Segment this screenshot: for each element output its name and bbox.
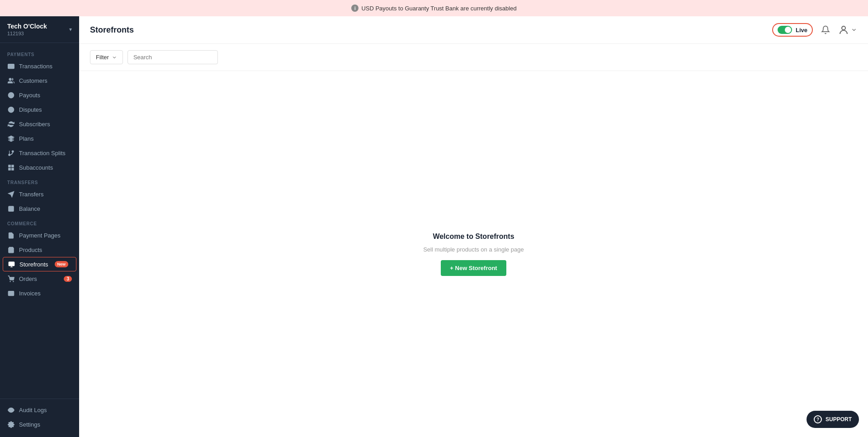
plans-label: Plans	[19, 135, 34, 142]
welcome-title: Welcome to Storefronts	[433, 233, 514, 241]
svg-rect-24	[9, 261, 14, 266]
storefronts-label: Storefronts	[19, 261, 48, 268]
new-storefront-label: + New Storefront	[450, 265, 497, 271]
arrow-up-circle-icon	[7, 91, 14, 99]
send-icon	[7, 190, 14, 198]
svg-point-27	[10, 281, 10, 281]
transactions-label: Transactions	[19, 63, 52, 70]
layout-icon	[7, 205, 14, 212]
toggle-knob	[785, 27, 791, 33]
customers-label: Customers	[19, 77, 47, 84]
sidebar-item-transactions[interactable]: Transactions	[0, 59, 79, 73]
new-storefront-button[interactable]: + New Storefront	[441, 260, 506, 276]
sidebar: Tech O'Clock 112193 ▾ PAYMENTS Transacti…	[0, 16, 79, 437]
sidebar-item-settings[interactable]: Settings	[0, 417, 79, 432]
monitor-icon	[8, 261, 15, 268]
search-input[interactable]	[127, 50, 218, 64]
payouts-label: Payouts	[19, 92, 40, 99]
svg-marker-8	[8, 136, 14, 138]
svg-rect-12	[8, 165, 10, 166]
svg-point-11	[8, 154, 10, 156]
settings-icon	[7, 421, 14, 428]
sidebar-item-transfers[interactable]: Transfers	[0, 187, 79, 201]
brand-id: 112193	[7, 31, 47, 36]
credit-card-icon	[7, 62, 14, 70]
brand-area[interactable]: Tech O'Clock 112193 ▾	[0, 16, 79, 43]
main-content: Storefronts Live Filter	[79, 16, 868, 437]
storefronts-new-badge: New	[55, 261, 69, 267]
live-label: Live	[796, 27, 807, 33]
eye-icon	[7, 406, 14, 413]
shopping-cart-icon	[7, 275, 14, 282]
transfers-section-label: TRANSFERS	[0, 175, 79, 187]
audit-logs-label: Audit Logs	[19, 407, 47, 413]
banner: i USD Payouts to Guaranty Trust Bank are…	[0, 0, 868, 16]
payments-section-label: PAYMENTS	[0, 47, 79, 59]
banner-text: USD Payouts to Guaranty Trust Bank are c…	[361, 5, 516, 12]
sidebar-item-subscribers[interactable]: Subscribers	[0, 117, 79, 131]
refresh-cw-icon	[7, 120, 14, 128]
invoices-label: Invoices	[19, 290, 41, 297]
toggle-switch[interactable]	[778, 26, 792, 34]
svg-marker-17	[8, 191, 14, 197]
live-toggle[interactable]: Live	[772, 23, 813, 37]
alert-circle-icon	[7, 106, 14, 113]
sidebar-item-orders[interactable]: Orders 3	[0, 271, 79, 286]
svg-rect-13	[11, 165, 13, 166]
file-text-icon	[7, 232, 14, 239]
brand-name: Tech O'Clock	[7, 23, 47, 30]
svg-rect-18	[8, 206, 13, 211]
orders-label: Orders	[19, 276, 37, 282]
svg-point-2	[9, 78, 11, 80]
filter-label: Filter	[96, 54, 109, 61]
support-label: SUPPORT	[826, 416, 852, 423]
notification-button[interactable]	[818, 23, 833, 37]
svg-point-28	[13, 281, 13, 281]
subaccounts-label: Subaccounts	[19, 164, 53, 171]
sidebar-item-disputes[interactable]: Disputes	[0, 102, 79, 117]
grid-icon	[7, 164, 14, 171]
svg-point-10	[12, 150, 14, 152]
sidebar-item-invoices[interactable]: Invoices	[0, 286, 79, 300]
transaction-splits-label: Transaction Splits	[19, 150, 66, 157]
disputes-label: Disputes	[19, 106, 42, 113]
sidebar-item-payment-pages[interactable]: Payment Pages	[0, 228, 79, 242]
sidebar-item-transaction-splits[interactable]: Transaction Splits	[0, 146, 79, 160]
payment-pages-label: Payment Pages	[19, 232, 61, 239]
sidebar-item-audit-logs[interactable]: Audit Logs	[0, 403, 79, 417]
user-menu-button[interactable]	[838, 24, 857, 35]
sidebar-item-storefronts[interactable]: Storefronts New	[3, 257, 76, 271]
svg-point-31	[842, 26, 845, 30]
info-icon: i	[351, 5, 359, 12]
support-button[interactable]: ? SUPPORT	[807, 411, 859, 428]
sidebar-item-plans[interactable]: Plans	[0, 131, 79, 146]
layers-icon	[7, 135, 14, 142]
orders-count-badge: 3	[64, 276, 72, 282]
toolbar: Filter	[79, 44, 868, 71]
sidebar-item-subaccounts[interactable]: Subaccounts	[0, 160, 79, 175]
sidebar-item-products[interactable]: Products	[0, 242, 79, 257]
settings-label: Settings	[19, 421, 40, 428]
mail-icon	[7, 290, 14, 297]
sidebar-item-balance[interactable]: Balance	[0, 201, 79, 216]
products-label: Products	[19, 247, 42, 253]
sidebar-item-payouts[interactable]: Payouts	[0, 88, 79, 102]
svg-point-29	[10, 409, 12, 411]
sidebar-bottom: Audit Logs Settings	[0, 399, 79, 437]
git-branch-icon	[7, 149, 14, 157]
transfers-label: Transfers	[19, 191, 43, 198]
header-right: Live	[772, 23, 857, 37]
subscribers-label: Subscribers	[19, 121, 50, 128]
filter-button[interactable]: Filter	[90, 50, 123, 64]
welcome-area: Welcome to Storefronts Sell multiple pro…	[79, 71, 868, 437]
svg-rect-15	[8, 168, 10, 170]
commerce-section-label: COMMERCE	[0, 216, 79, 228]
svg-rect-0	[8, 64, 14, 68]
chevron-down-icon: ▾	[69, 26, 72, 33]
main-header: Storefronts Live	[79, 16, 868, 44]
sidebar-nav: PAYMENTS Transactions Customers Payouts	[0, 43, 79, 399]
page-title: Storefronts	[90, 25, 134, 35]
support-icon: ?	[814, 415, 822, 423]
sidebar-item-customers[interactable]: Customers	[0, 73, 79, 88]
users-icon	[7, 77, 14, 84]
